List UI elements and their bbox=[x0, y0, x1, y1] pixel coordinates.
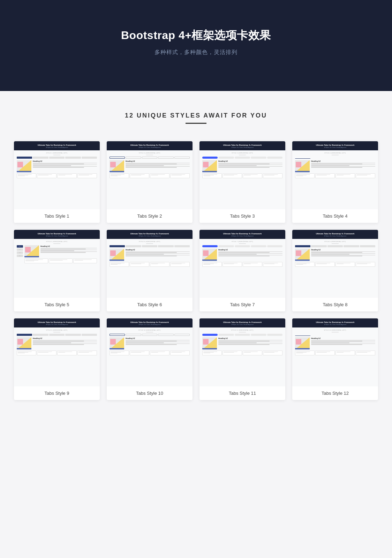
mini-site-preview: Ultimate Tabs for Bootstrap 4+ Framework… bbox=[199, 318, 285, 386]
style-card-5[interactable]: Ultimate Tabs for Bootstrap 4+ Framework… bbox=[14, 230, 100, 311]
card-label: Tabs Style 7 bbox=[199, 298, 285, 311]
card-preview: Ultimate Tabs for Bootstrap 4+ Framework… bbox=[292, 230, 378, 298]
mini-site-preview: Ultimate Tabs for Bootstrap 4+ Framework… bbox=[292, 318, 378, 386]
style-card-7[interactable]: Ultimate Tabs for Bootstrap 4+ Framework… bbox=[199, 230, 285, 311]
card-preview: Ultimate Tabs for Bootstrap 4+ Framework… bbox=[292, 318, 378, 386]
mini-header: Ultimate Tabs for Bootstrap 4+ Framework… bbox=[107, 230, 193, 239]
card-label: Tabs Style 1 bbox=[14, 209, 100, 223]
card-label: Tabs Style 5 bbox=[14, 298, 100, 311]
style-card-2[interactable]: Ultimate Tabs for Bootstrap 4+ Framework… bbox=[107, 141, 193, 223]
mini-body: STYLE 12 (HORIZONTAL LEFT) bbox=[292, 327, 378, 386]
mini-header: Ultimate Tabs for Bootstrap 4+ Framework… bbox=[199, 318, 285, 327]
card-preview: Ultimate Tabs for Bootstrap 4+ Framework… bbox=[14, 141, 100, 209]
card-label: Tabs Style 2 bbox=[107, 209, 193, 223]
card-preview: Ultimate Tabs for Bootstrap 4+ Framework… bbox=[14, 318, 100, 386]
style-card-6[interactable]: Ultimate Tabs for Bootstrap 4+ Framework… bbox=[107, 230, 193, 311]
style-card-1[interactable]: Ultimate Tabs for Bootstrap 4+ Framework… bbox=[14, 141, 100, 223]
hero-subtitle: 多种样式，多种颜色，灵活排列 bbox=[7, 49, 385, 56]
card-grid: Ultimate Tabs for Bootstrap 4+ Framework… bbox=[14, 141, 378, 400]
card-label: Tabs Style 12 bbox=[292, 386, 378, 400]
mini-header: Ultimate Tabs for Bootstrap 4+ Framework… bbox=[292, 318, 378, 327]
style-card-11[interactable]: Ultimate Tabs for Bootstrap 4+ Framework… bbox=[199, 318, 285, 400]
section-divider bbox=[186, 123, 206, 124]
card-preview: Ultimate Tabs for Bootstrap 4+ Framework… bbox=[199, 141, 285, 209]
mini-body: STYLE 10 (HORIZONTAL LEFT) bbox=[107, 327, 193, 386]
hero-section: Bootstrap 4+框架选项卡效果 多种样式，多种颜色，灵活排列 bbox=[0, 0, 392, 91]
mini-header: Ultimate Tabs for Bootstrap 4+ Framework… bbox=[107, 318, 193, 327]
mini-header: Ultimate Tabs for Bootstrap 4+ Framework… bbox=[14, 318, 100, 327]
card-label: Tabs Style 10 bbox=[107, 386, 193, 400]
main-content: 12 UNIQUE STYLES AWAIT FOR YOU Ultimate … bbox=[0, 91, 392, 428]
card-label: Tabs Style 11 bbox=[199, 386, 285, 400]
card-preview: Ultimate Tabs for Bootstrap 4+ Framework… bbox=[199, 318, 285, 386]
mini-body: STYLE 7 (HORIZONTAL LEFT) bbox=[199, 239, 285, 298]
mini-site-preview: Ultimate Tabs for Bootstrap 4+ Framework… bbox=[292, 141, 378, 209]
card-label: Tabs Style 8 bbox=[292, 298, 378, 311]
mini-site-preview: Ultimate Tabs for Bootstrap 4+ Framework… bbox=[292, 230, 378, 298]
style-card-8[interactable]: Ultimate Tabs for Bootstrap 4+ Framework… bbox=[292, 230, 378, 311]
mini-header: Ultimate Tabs for Bootstrap 4+ Framework… bbox=[14, 141, 100, 150]
card-label: Tabs Style 3 bbox=[199, 209, 285, 223]
mini-body: STYLE 9 (HORIZONTAL LEFT) bbox=[14, 327, 100, 386]
hero-title: Bootstrap 4+框架选项卡效果 bbox=[7, 28, 385, 43]
mini-site-preview: Ultimate Tabs for Bootstrap 4+ Framework… bbox=[14, 230, 100, 298]
mini-header: Ultimate Tabs for Bootstrap 4+ Framework… bbox=[199, 141, 285, 150]
mini-body: STYLE 2 (HORIZONTAL LEFT) bbox=[107, 150, 193, 209]
mini-body: STYLE 6 (HORIZONTAL LEFT) bbox=[107, 239, 193, 298]
card-label: Tabs Style 6 bbox=[107, 298, 193, 311]
mini-body: STYLE 11 (HORIZONTAL LEFT) bbox=[199, 327, 285, 386]
card-preview: Ultimate Tabs for Bootstrap 4+ Framework… bbox=[107, 318, 193, 386]
mini-site-preview: Ultimate Tabs for Bootstrap 4+ Framework… bbox=[107, 141, 193, 209]
mini-header: Ultimate Tabs for Bootstrap 4+ Framework… bbox=[292, 141, 378, 150]
mini-site-preview: Ultimate Tabs for Bootstrap 4+ Framework… bbox=[107, 318, 193, 386]
card-label: Tabs Style 9 bbox=[14, 386, 100, 400]
mini-body: STYLE 1 (HORIZONTAL LEFT) bbox=[14, 150, 100, 209]
style-card-12[interactable]: Ultimate Tabs for Bootstrap 4+ Framework… bbox=[292, 318, 378, 400]
mini-header: Ultimate Tabs for Bootstrap 4+ Framework… bbox=[14, 230, 100, 239]
mini-site-preview: Ultimate Tabs for Bootstrap 4+ Framework… bbox=[14, 318, 100, 386]
mini-body: STYLE 3 (HORIZONTAL LEFT) bbox=[199, 150, 285, 209]
card-label: Tabs Style 4 bbox=[292, 209, 378, 223]
mini-site-preview: Ultimate Tabs for Bootstrap 4+ Framework… bbox=[199, 141, 285, 209]
mini-header: Ultimate Tabs for Bootstrap 4+ Framework… bbox=[199, 230, 285, 239]
style-card-4[interactable]: Ultimate Tabs for Bootstrap 4+ Framework… bbox=[292, 141, 378, 223]
mini-header: Ultimate Tabs for Bootstrap 4+ Framework… bbox=[107, 141, 193, 150]
card-preview: Ultimate Tabs for Bootstrap 4+ Framework… bbox=[199, 230, 285, 298]
mini-body: STYLE 5 (HORIZONTAL LEFT) Tab 1 Tab 2 Ta… bbox=[14, 239, 100, 298]
mini-header: Ultimate Tabs for Bootstrap 4+ Framework… bbox=[292, 230, 378, 239]
mini-body: STYLE 8 (HORIZONTAL LEFT) bbox=[292, 239, 378, 298]
style-card-3[interactable]: Ultimate Tabs for Bootstrap 4+ Framework… bbox=[199, 141, 285, 223]
card-preview: Ultimate Tabs for Bootstrap 4+ Framework… bbox=[14, 230, 100, 298]
mini-site-preview: Ultimate Tabs for Bootstrap 4+ Framework… bbox=[107, 230, 193, 298]
card-preview: Ultimate Tabs for Bootstrap 4+ Framework… bbox=[107, 230, 193, 298]
card-preview: Ultimate Tabs for Bootstrap 4+ Framework… bbox=[107, 141, 193, 209]
mini-body: STYLE 4 (HORIZONTAL LEFT) bbox=[292, 150, 378, 209]
section-title: 12 UNIQUE STYLES AWAIT FOR YOU bbox=[14, 112, 378, 119]
mini-site-preview: Ultimate Tabs for Bootstrap 4+ Framework… bbox=[14, 141, 100, 209]
mini-site-preview: Ultimate Tabs for Bootstrap 4+ Framework… bbox=[199, 230, 285, 298]
card-preview: Ultimate Tabs for Bootstrap 4+ Framework… bbox=[292, 141, 378, 209]
style-card-10[interactable]: Ultimate Tabs for Bootstrap 4+ Framework… bbox=[107, 318, 193, 400]
style-card-9[interactable]: Ultimate Tabs for Bootstrap 4+ Framework… bbox=[14, 318, 100, 400]
